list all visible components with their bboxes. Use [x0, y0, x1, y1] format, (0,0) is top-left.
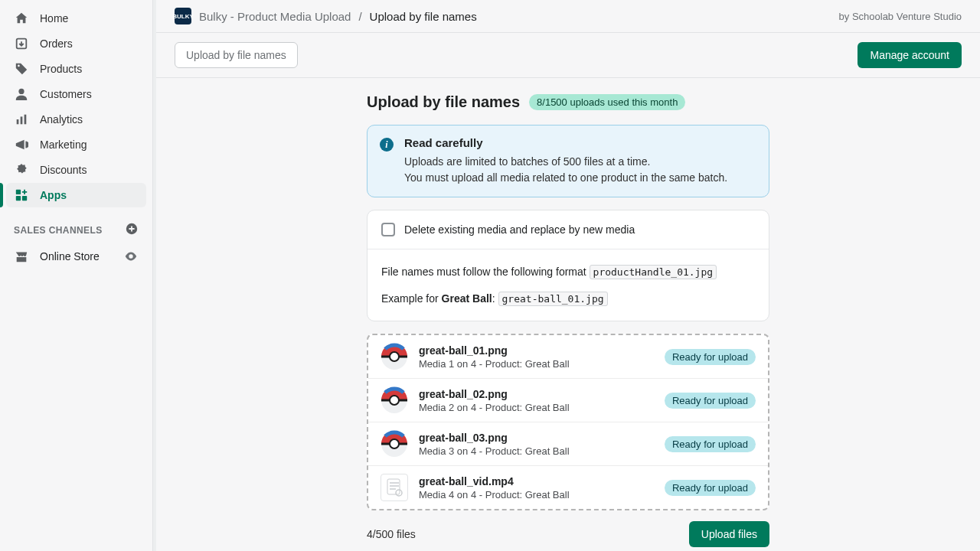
sidebar-section-label: SALES CHANNELS [14, 225, 103, 236]
add-circle-icon[interactable] [125, 222, 139, 238]
file-meta: Media 2 on 4 - Product: Great Ball [419, 402, 654, 413]
discount-icon [14, 162, 29, 178]
svg-point-11 [390, 352, 399, 361]
breadcrumb-app[interactable]: Bulky - Product Media Upload [199, 10, 351, 23]
sidebar-item-marketing[interactable]: Marketing [6, 132, 146, 157]
svg-rect-4 [24, 115, 27, 125]
sidebar-item-discounts[interactable]: Discounts [6, 158, 146, 182]
info-banner: i Read carefully Uploads are limited to … [367, 125, 769, 197]
info-icon: i [380, 138, 394, 152]
manage-account-button[interactable]: Manage account [858, 42, 962, 68]
usage-badge: 8/1500 uploads used this month [529, 94, 685, 110]
sidebar-item-label: Marketing [40, 139, 87, 151]
file-status-badge: Ready for upload [665, 436, 756, 452]
sidebar-item-label: Home [40, 12, 68, 24]
svg-point-14 [390, 396, 399, 405]
file-thumbnail-icon [381, 474, 408, 501]
file-row: great-ball_03.png Media 3 on 4 - Product… [368, 422, 768, 465]
format-code: productHandle_01.jpg [590, 265, 717, 279]
svg-rect-2 [17, 119, 19, 124]
sidebar-item-label: Online Store [40, 250, 100, 262]
apps-icon [14, 187, 29, 203]
file-name: great-ball_02.png [419, 388, 654, 400]
svg-rect-7 [16, 196, 21, 201]
file-row: great-ball_01.png Media 1 on 4 - Product… [368, 335, 768, 378]
eye-icon[interactable] [123, 249, 139, 264]
file-name: great-ball_03.png [419, 432, 654, 444]
svg-rect-6 [22, 196, 27, 201]
file-status-badge: Ready for upload [665, 480, 756, 496]
main-content: BULKY Bulky - Product Media Upload / Upl… [153, 0, 980, 551]
app-header: BULKY Bulky - Product Media Upload / Upl… [156, 0, 980, 33]
megaphone-icon [14, 137, 29, 152]
file-drop-zone[interactable]: great-ball_01.png Media 1 on 4 - Product… [367, 334, 769, 510]
info-title: Read carefully [404, 136, 727, 149]
tag-icon [14, 61, 29, 77]
replace-media-checkbox[interactable] [381, 223, 395, 236]
sidebar-item-label: Discounts [40, 164, 87, 176]
app-logo-icon: BULKY [175, 8, 191, 24]
file-status-badge: Ready for upload [665, 349, 756, 365]
info-line: You must upload all media related to one… [404, 170, 727, 186]
file-thumbnail-icon [381, 386, 408, 414]
breadcrumb: BULKY Bulky - Product Media Upload / Upl… [175, 8, 477, 24]
sidebar-item-label: Apps [40, 189, 67, 201]
format-text: File names must follow the following for… [381, 266, 590, 278]
page-title: Upload by file names [367, 93, 520, 111]
sidebar-item-products[interactable]: Products [6, 57, 146, 81]
file-meta: Media 1 on 4 - Product: Great Ball [419, 358, 654, 370]
breadcrumb-current: Upload by file names [370, 10, 477, 23]
app-byline: by Schoolab Venture Studio [839, 11, 962, 22]
file-meta: Media 3 on 4 - Product: Great Ball [419, 445, 654, 457]
file-name: great-ball_vid.mp4 [419, 475, 654, 487]
sidebar-item-analytics[interactable]: Analytics [6, 107, 146, 132]
sidebar-item-label: Analytics [40, 113, 83, 126]
sidebar-item-apps[interactable]: Apps [6, 183, 146, 207]
sidebar-item-orders[interactable]: Orders [6, 31, 146, 56]
example-code: great-ball_01.jpg [498, 292, 608, 306]
file-row: great-ball_vid.mp4 Media 4 on 4 - Produc… [368, 465, 768, 509]
files-count: 4/500 files [367, 528, 416, 540]
svg-rect-5 [16, 190, 21, 194]
upload-by-filenames-tab[interactable]: Upload by file names [175, 42, 298, 68]
sidebar-item-home[interactable]: Home [6, 6, 146, 31]
sidebar-item-online-store[interactable]: Online Store [6, 244, 146, 269]
file-thumbnail-icon [381, 343, 408, 370]
file-meta: Media 4 on 4 - Product: Great Ball [419, 489, 654, 500]
sidebar-item-label: Products [40, 63, 82, 75]
svg-rect-18 [387, 479, 400, 494]
home-icon [14, 11, 29, 26]
sidebar-item-label: Orders [40, 37, 73, 50]
svg-rect-3 [21, 116, 23, 124]
info-line: Uploads are limited to batches of 500 fi… [404, 154, 727, 170]
replace-media-label: Delete existing media and replace by new… [404, 223, 635, 236]
breadcrumb-separator: / [358, 10, 361, 23]
sidebar: Home Orders Products Customers Analytics [0, 0, 153, 551]
svg-point-1 [18, 89, 24, 94]
sidebar-item-label: Customers [40, 88, 92, 100]
example-colon: : [492, 292, 498, 305]
orders-icon [14, 36, 29, 51]
sidebar-item-customers[interactable]: Customers [6, 82, 146, 106]
example-product: Great Ball [442, 292, 492, 305]
upload-files-button[interactable]: Upload files [689, 521, 769, 547]
example-prefix: Example for [381, 292, 442, 305]
svg-point-17 [390, 439, 399, 448]
analytics-icon [14, 112, 29, 127]
store-icon [14, 249, 29, 264]
format-help: File names must follow the following for… [368, 249, 769, 321]
file-status-badge: Ready for upload [665, 393, 756, 409]
file-name: great-ball_01.png [419, 344, 654, 357]
file-row: great-ball_02.png Media 2 on 4 - Product… [368, 378, 768, 422]
person-icon [14, 86, 29, 102]
toolbar: Upload by file names Manage account [156, 33, 980, 78]
sidebar-section-sales-channels: SALES CHANNELS [6, 208, 146, 244]
file-thumbnail-icon [381, 430, 408, 458]
